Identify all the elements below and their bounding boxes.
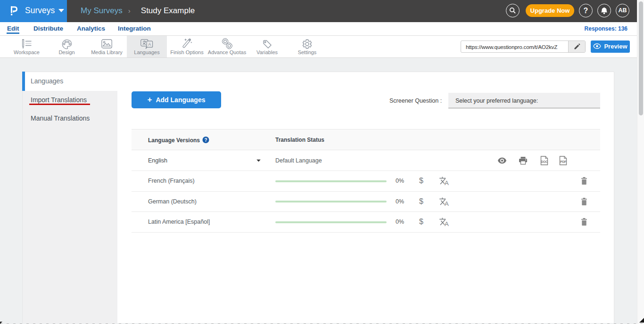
svg-text:A: A — [445, 220, 449, 227]
svg-text:A: A — [148, 42, 151, 47]
svg-text:DOC: DOC — [541, 160, 548, 163]
svg-text:?: ? — [205, 137, 207, 142]
svg-text:A: A — [445, 200, 449, 206]
svg-text:PDF: PDF — [560, 160, 566, 163]
svg-text:A: A — [445, 179, 449, 186]
